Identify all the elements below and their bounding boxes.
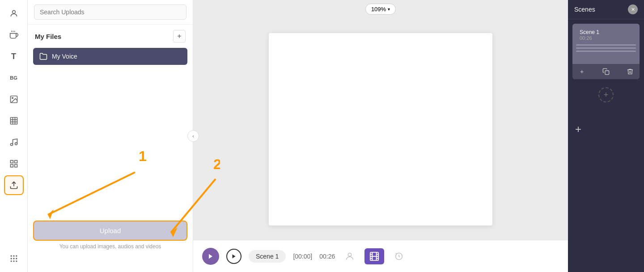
video-scenes-icon[interactable] bbox=[364, 248, 384, 264]
sidebar-item-music[interactable] bbox=[4, 132, 24, 152]
canvas-wrapper: + bbox=[193, 18, 568, 240]
svg-point-21 bbox=[11, 258, 12, 259]
zoom-chevron-icon: ▾ bbox=[388, 7, 390, 12]
sidebar-item-images[interactable] bbox=[4, 89, 24, 109]
zoom-control[interactable]: 109% ▾ bbox=[365, 4, 396, 15]
scene-duration: 00:26 bbox=[580, 35, 632, 41]
my-voice-item[interactable]: My Voice bbox=[33, 48, 187, 65]
svg-point-0 bbox=[12, 10, 15, 13]
svg-point-25 bbox=[13, 261, 14, 262]
sidebar-item-avatar[interactable] bbox=[4, 4, 24, 23]
bg-icon: BG bbox=[10, 75, 17, 81]
upload-bottom-area: Upload You can upload images, audios and… bbox=[33, 221, 187, 250]
canvas-toolbar: 109% ▾ bbox=[193, 0, 568, 18]
timer-icon[interactable] bbox=[391, 249, 407, 264]
scene-card-1[interactable]: Scene 1 00:26 + bbox=[572, 24, 640, 79]
svg-marker-27 bbox=[209, 254, 212, 259]
svg-point-20 bbox=[16, 255, 17, 256]
scene-line-3 bbox=[576, 51, 636, 52]
scenes-title: Scenes bbox=[574, 6, 595, 13]
svg-line-39 bbox=[396, 253, 397, 254]
close-scenes-button[interactable]: ✕ bbox=[628, 4, 638, 14]
svg-rect-15 bbox=[14, 165, 17, 167]
svg-point-26 bbox=[16, 261, 17, 262]
sidebar-item-grid[interactable] bbox=[4, 249, 24, 268]
scene-card-preview: Scene 1 00:26 bbox=[572, 24, 640, 64]
scenes-panel: Scenes ✕ Scene 1 00:26 + + bbox=[568, 0, 644, 272]
sidebar-item-elements[interactable] bbox=[4, 154, 24, 174]
add-files-button[interactable]: + bbox=[173, 30, 186, 42]
svg-point-11 bbox=[10, 144, 13, 146]
svg-rect-40 bbox=[605, 71, 609, 75]
my-voice-label: My Voice bbox=[52, 53, 77, 60]
svg-rect-13 bbox=[10, 161, 13, 163]
my-files-header: My Files + bbox=[28, 25, 193, 46]
upload-hint-text: You can upload images, audios and videos bbox=[59, 243, 161, 250]
time-start: [00:00] bbox=[293, 253, 312, 260]
sidebar-item-text[interactable]: T bbox=[4, 47, 24, 66]
time-duration: 00:26 bbox=[319, 253, 335, 260]
svg-rect-14 bbox=[14, 161, 17, 163]
avatar-timeline-icon[interactable] bbox=[342, 249, 357, 264]
upload-button[interactable]: Upload bbox=[33, 221, 187, 241]
svg-point-5 bbox=[12, 98, 13, 99]
play-all-icon bbox=[208, 253, 214, 259]
svg-point-19 bbox=[13, 255, 14, 256]
svg-rect-16 bbox=[10, 165, 13, 167]
svg-point-24 bbox=[11, 261, 12, 262]
search-area bbox=[28, 0, 193, 25]
scene-duplicate-button[interactable] bbox=[601, 67, 611, 76]
svg-point-23 bbox=[16, 258, 17, 259]
svg-rect-6 bbox=[10, 118, 17, 124]
scene-label[interactable]: Scene 1 bbox=[249, 250, 286, 263]
svg-point-29 bbox=[348, 253, 352, 256]
scene-delete-button[interactable] bbox=[625, 67, 635, 76]
folder-icon bbox=[39, 52, 47, 60]
collapse-panel-button[interactable]: ‹ bbox=[187, 130, 199, 142]
sidebar-item-brandkit[interactable] bbox=[4, 25, 24, 45]
canvas-add-icon[interactable]: + bbox=[575, 123, 581, 136]
svg-point-22 bbox=[13, 258, 14, 259]
scene-add-button[interactable]: + bbox=[577, 67, 587, 76]
search-input[interactable] bbox=[34, 4, 186, 20]
main-canvas-area: 109% ▾ + Scene 1 [00:00] 00:26 bbox=[193, 0, 568, 272]
upload-panel: My Files + My Voice ‹ Upload You can upl… bbox=[28, 0, 193, 272]
scene-line-1 bbox=[576, 44, 636, 46]
sidebar-item-background[interactable]: BG bbox=[4, 68, 24, 88]
my-files-title: My Files bbox=[35, 33, 61, 40]
film-icon bbox=[369, 251, 379, 261]
scenes-header: Scenes ✕ bbox=[568, 0, 644, 19]
svg-marker-28 bbox=[233, 254, 236, 258]
play-scene-button[interactable] bbox=[226, 249, 242, 264]
scene-name: Scene 1 bbox=[580, 29, 632, 35]
play-all-button[interactable] bbox=[202, 248, 219, 265]
text-icon: T bbox=[11, 52, 16, 61]
scene-info: Scene 1 00:26 bbox=[576, 27, 636, 42]
scene-line-2 bbox=[576, 47, 636, 49]
canvas-frame[interactable] bbox=[269, 33, 492, 225]
add-scene-button[interactable]: + bbox=[598, 87, 614, 102]
play-scene-icon bbox=[231, 254, 237, 259]
svg-point-12 bbox=[15, 143, 17, 145]
sidebar-item-tables[interactable] bbox=[4, 111, 24, 131]
scene-card-actions: + bbox=[572, 64, 640, 79]
icon-sidebar: T BG bbox=[0, 0, 28, 272]
timeline-bar: Scene 1 [00:00] 00:26 bbox=[193, 240, 568, 272]
sidebar-item-upload[interactable] bbox=[4, 175, 24, 195]
zoom-level: 109% bbox=[371, 6, 386, 13]
svg-point-18 bbox=[11, 255, 12, 256]
